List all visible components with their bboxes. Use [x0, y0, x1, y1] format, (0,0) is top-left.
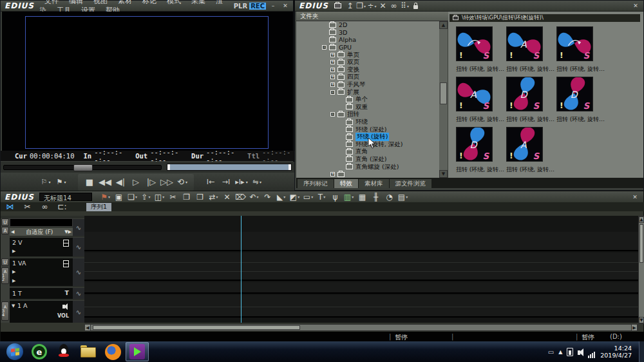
tree-item-直角 (深处)[interactable]: 直角 (深处): [296, 156, 439, 164]
tree-item[interactable]: +: [296, 171, 439, 178]
play-around-icon[interactable]: ▸Ⅰ▸▾: [235, 176, 248, 189]
patch-indicator[interactable]: ∿: [73, 287, 84, 299]
patch-indicator[interactable]: ∿: [73, 237, 84, 256]
patch-indicator[interactable]: ∿: [73, 300, 84, 323]
delete-icon[interactable]: ✕: [377, 1, 388, 11]
duplicate-icon[interactable]: ❐▾: [355, 1, 366, 11]
panel-layout-icon[interactable]: ▤▾: [397, 192, 408, 202]
prev-frame-icon[interactable]: ◀|: [114, 176, 127, 189]
tree-item-Alpha[interactable]: Alpha: [296, 36, 439, 44]
menu-item-模式[interactable]: 模式: [162, 0, 186, 5]
shuttle-handle[interactable]: [73, 164, 93, 171]
lock-icon[interactable]: [410, 1, 421, 11]
scroll-thumb[interactable]: [93, 325, 300, 330]
playhead-line[interactable]: [241, 216, 242, 323]
patch-indicator[interactable]: ∿: [73, 218, 84, 236]
horizontal-scrollbar[interactable]: ◀ ▶: [84, 324, 638, 331]
menu-item-视图[interactable]: 视图: [88, 0, 113, 5]
replace-icon[interactable]: ⇄▾: [208, 192, 219, 202]
tree-item-3D[interactable]: 3D: [296, 29, 439, 37]
tree-item-直角螺旋 (深处)[interactable]: 直角螺旋 (深处): [296, 163, 439, 171]
position-end-handle[interactable]: [289, 164, 291, 170]
plr-indicator[interactable]: PLR: [234, 3, 247, 10]
close-icon[interactable]: ✕: [630, 193, 640, 201]
timeline-marker-icon[interactable]: ⚑▾: [55, 176, 68, 189]
tree-scrollbar[interactable]: ▲ ▼: [439, 21, 448, 178]
multicam-icon[interactable]: ▦: [357, 192, 368, 202]
paste-icon[interactable]: ❒: [194, 192, 205, 202]
set-in-icon[interactable]: Ⅰ←: [204, 176, 217, 189]
add-speed-icon[interactable]: ▥▾: [343, 192, 354, 202]
tree-item-2D[interactable]: 2D: [296, 21, 439, 29]
effect-thumbnail[interactable]: D ! S扭转 (环绕, 旋转…: [556, 77, 593, 124]
tree-item-手风琴[interactable]: +手风琴: [296, 81, 439, 89]
tree-item-四页[interactable]: +四页: [296, 73, 439, 81]
fast-forward-icon[interactable]: ▷▷: [160, 176, 173, 189]
va-video-patch-button[interactable]: U: [1, 258, 9, 266]
play-icon[interactable]: ▷: [129, 176, 142, 189]
tree-scroll-thumb[interactable]: [440, 82, 447, 104]
set-out-icon[interactable]: →Ⅰ: [220, 176, 232, 189]
effect-thumbnail[interactable]: A ! S扭转 (环绕, 旋转…: [456, 77, 493, 124]
add-cut-point-icon[interactable]: ◣▾: [276, 192, 287, 202]
edius-icon[interactable]: [126, 342, 149, 361]
hidden-icons-arrow[interactable]: ▲: [558, 349, 562, 355]
position-bar[interactable]: [167, 164, 292, 171]
lane-1va[interactable]: [84, 252, 638, 281]
import-export-icon[interactable]: ⇪▾: [140, 192, 151, 202]
tab-素材库[interactable]: 素材库: [359, 179, 389, 188]
tray-window-icon[interactable]: ▭: [548, 348, 554, 356]
va-audio-patch-button[interactable]: A1 2: [1, 267, 9, 284]
delete-icon[interactable]: ✕: [222, 192, 232, 202]
tab-序列标记[interactable]: 序列标记: [298, 179, 334, 188]
rec-indicator[interactable]: REC: [249, 3, 266, 10]
minimize-button[interactable]: –: [268, 2, 278, 10]
export-icon[interactable]: ⇋▾: [251, 176, 263, 189]
expand-track-icon[interactable]: ▶: [12, 278, 15, 283]
scroll-left-icon[interactable]: ◀: [84, 324, 91, 331]
lane-2v[interactable]: [84, 232, 638, 251]
scroll-right-icon[interactable]: ▶: [631, 324, 638, 331]
vol-label[interactable]: VOL: [57, 313, 69, 319]
new-folder-icon[interactable]: [334, 1, 345, 11]
track-header-1va[interactable]: 1 VA ▶ ▶: [10, 258, 73, 286]
ripple-delete-icon[interactable]: ⌦: [235, 192, 246, 202]
loop-play-icon[interactable]: ⟲▾: [176, 176, 189, 189]
audio-mixer-icon[interactable]: ╫: [370, 192, 381, 202]
video-patch-button[interactable]: U: [1, 218, 9, 226]
scroll-up-icon[interactable]: ▲: [639, 216, 644, 223]
stop-icon[interactable]: ■: [83, 176, 96, 189]
collapse-track-icon[interactable]: ▼: [12, 303, 15, 309]
track-header-1t[interactable]: 1 T T: [10, 287, 73, 299]
effect-thumbnail[interactable]: ! S扭转 (环绕, 旋转…: [556, 26, 593, 73]
channel-map-select[interactable]: ◀自适应 (F)▼▶: [10, 227, 73, 236]
network-icon[interactable]: [588, 346, 596, 358]
track-patch-icon[interactable]: ⊏:: [57, 202, 68, 212]
tree-item-环绕[interactable]: 环绕: [296, 119, 439, 126]
create-title-icon[interactable]: T▾: [316, 192, 327, 202]
redo-icon[interactable]: ↷: [262, 192, 273, 202]
close-button[interactable]: ✕: [280, 2, 290, 10]
scroll-thumb[interactable]: [639, 224, 643, 263]
rewind-icon[interactable]: ◀◀: [99, 176, 111, 189]
scroll-up-icon[interactable]: ▲: [439, 21, 448, 29]
add-divider-icon[interactable]: ÷▾: [366, 1, 377, 11]
project-name-field[interactable]: 无标题14: [39, 193, 92, 201]
title-template-icon[interactable]: ▭▾: [303, 192, 314, 202]
voice-over-icon[interactable]: ψ: [330, 192, 341, 202]
tree-item-GPU[interactable]: -GPU: [296, 44, 439, 52]
start-button[interactable]: [3, 342, 26, 361]
scroll-down-icon[interactable]: ▼: [439, 170, 448, 178]
tree-item-扩展[interactable]: -扩展: [296, 88, 439, 96]
close-icon[interactable]: ✕: [630, 2, 641, 10]
menu-item-编辑[interactable]: 编辑: [64, 0, 88, 5]
shuttle-slider[interactable]: [3, 165, 162, 170]
a-audio-patch-button[interactable]: A3 4: [1, 301, 9, 321]
vector-scope-icon[interactable]: ◔: [384, 192, 395, 202]
link-icon[interactable]: ∞: [388, 1, 399, 11]
patch-indicator[interactable]: ∿: [73, 258, 84, 286]
set-transition-icon[interactable]: ◩▾: [289, 192, 300, 202]
audio-crossfade-icon[interactable]: ✂: [22, 202, 33, 212]
track-header-1a[interactable]: ▼ 1 A VOL: [10, 300, 73, 323]
next-frame-icon[interactable]: |▷: [145, 176, 158, 189]
